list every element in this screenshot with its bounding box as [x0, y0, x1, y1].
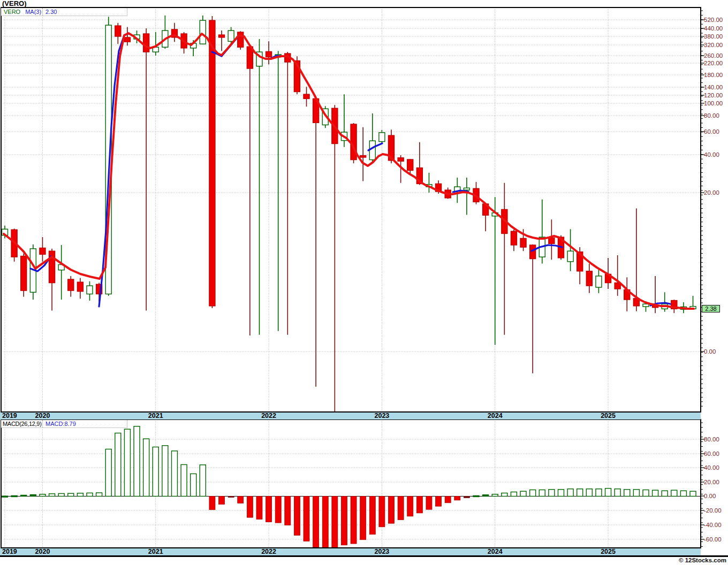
- candle-down: [219, 35, 225, 37]
- macd-bar-positive: [680, 491, 686, 496]
- macd-bar-positive: [549, 490, 555, 497]
- price-tick-label: 260.00: [704, 52, 723, 59]
- macd-bar-positive: [586, 489, 592, 497]
- candle-down: [530, 245, 536, 259]
- macd-bar-negative: [304, 497, 309, 541]
- macd-bar-positive: [502, 493, 507, 496]
- macd-bar-negative: [294, 497, 300, 536]
- x-axis-strip-price: 2019202020212022202320242025: [0, 413, 701, 419]
- macd-bar-positive: [40, 494, 46, 497]
- macd-bar-negative: [407, 497, 413, 516]
- macd-tick-label: 0.00: [704, 493, 716, 499]
- year-label: 2019: [2, 548, 24, 555]
- year-label: 2025: [597, 413, 619, 419]
- candle-down: [520, 238, 526, 247]
- year-label: 2025: [597, 548, 619, 555]
- macd-bar-negative: [285, 497, 291, 525]
- ma-blue-line: [532, 245, 562, 251]
- year-label: 2023: [371, 548, 392, 555]
- macd-bar-positive: [662, 491, 668, 496]
- macd-tick-label: -40.00: [704, 522, 722, 528]
- macd-bar-positive: [596, 489, 602, 497]
- ma-value: 2.30: [43, 9, 57, 15]
- macd-tick-label: 80.00: [704, 436, 719, 442]
- candle-down: [124, 37, 130, 42]
- candle-down: [21, 256, 27, 291]
- macd-bar-negative: [322, 497, 328, 548]
- price-tick-label: 80.00: [704, 112, 719, 119]
- macd-bar-negative: [275, 497, 281, 523]
- macd-bar-positive: [96, 493, 102, 497]
- candle-up: [87, 286, 93, 294]
- price-tick-label: 100.00: [704, 100, 723, 106]
- macd-bar-positive: [68, 493, 74, 496]
- candle-down: [304, 94, 309, 98]
- candle-up: [369, 141, 375, 159]
- macd-bar-negative: [209, 497, 215, 510]
- macd-tick-label: -20.00: [704, 507, 722, 514]
- macd-bar-positive: [520, 491, 526, 496]
- macd-bar-positive: [115, 433, 121, 496]
- year-label: 2022: [258, 413, 279, 419]
- macd-bar-positive: [153, 447, 158, 496]
- page-title: (VERO): [2, 0, 27, 7]
- year-label: 2021: [145, 413, 166, 419]
- price-tick-label: 440.00: [704, 25, 723, 32]
- price-tick-label: 60.00: [704, 128, 719, 135]
- price-tick-label: 520.00: [704, 17, 723, 23]
- macd-legend-left: MACD(26,12,9): [1, 420, 43, 427]
- candle-down: [351, 124, 357, 160]
- macd-bar-positive: [105, 449, 111, 496]
- candle-down: [549, 238, 555, 243]
- candle-down: [40, 248, 46, 254]
- macd-bar-negative: [369, 497, 375, 535]
- macd-bar-positive: [671, 490, 677, 496]
- candle-up: [200, 20, 206, 44]
- x-axis-strip-macd: 2019202020212022202320242025: [0, 548, 701, 555]
- last-price-tag: 2.38: [702, 305, 720, 312]
- ma-label: MA(3): [25, 9, 41, 15]
- candle-down: [68, 279, 74, 291]
- candle-down: [209, 20, 215, 306]
- year-label: 2020: [32, 548, 53, 555]
- candle-down: [398, 158, 404, 161]
- candle-up: [567, 251, 573, 262]
- macd-bar-negative: [416, 497, 422, 513]
- candle-down: [511, 231, 517, 245]
- macd-tick-label: 60.00: [704, 451, 719, 457]
- symbol-label: VERO: [4, 9, 20, 15]
- macd-bar-positive: [143, 439, 149, 496]
- macd-bar-positive: [181, 464, 187, 496]
- macd-bar-positive: [690, 491, 696, 496]
- price-tick-label: 180.00: [704, 72, 723, 78]
- macd-bars-group: [2, 426, 696, 549]
- candle-down: [77, 282, 83, 291]
- candle-down: [266, 51, 272, 57]
- macd-bar-negative: [436, 497, 442, 507]
- price-tick-label: 40.00: [704, 151, 719, 158]
- price-tick-label: 140.00: [704, 84, 723, 90]
- macd-bar-positive: [643, 490, 649, 496]
- candle-up: [228, 30, 234, 41]
- year-label: 2021: [145, 548, 166, 555]
- macd-bar-positive: [87, 493, 93, 496]
- macd-bar-positive: [58, 493, 64, 496]
- candle-down: [115, 26, 121, 36]
- macd-bar-negative: [426, 497, 432, 510]
- macd-bar-positive: [11, 495, 17, 497]
- chart-canvas: [0, 0, 728, 565]
- year-label: 2022: [258, 548, 279, 555]
- year-label: 2023: [371, 413, 392, 419]
- macd-bar-positive: [492, 494, 498, 497]
- macd-bar-negative: [445, 497, 451, 503]
- year-label: 2024: [484, 413, 506, 419]
- candle-down: [586, 271, 592, 286]
- macd-bar-positive: [49, 494, 55, 497]
- macd-bar-positive: [124, 429, 130, 496]
- bottom-divider: [0, 555, 728, 557]
- macd-legend: MACD(26,12,9) MACD:8.79: [1, 420, 127, 428]
- year-label: 2019: [2, 413, 24, 419]
- macd-bar-positive: [162, 446, 168, 497]
- price-tick-label: 220.00: [704, 60, 723, 66]
- macd-bar-positive: [605, 488, 611, 497]
